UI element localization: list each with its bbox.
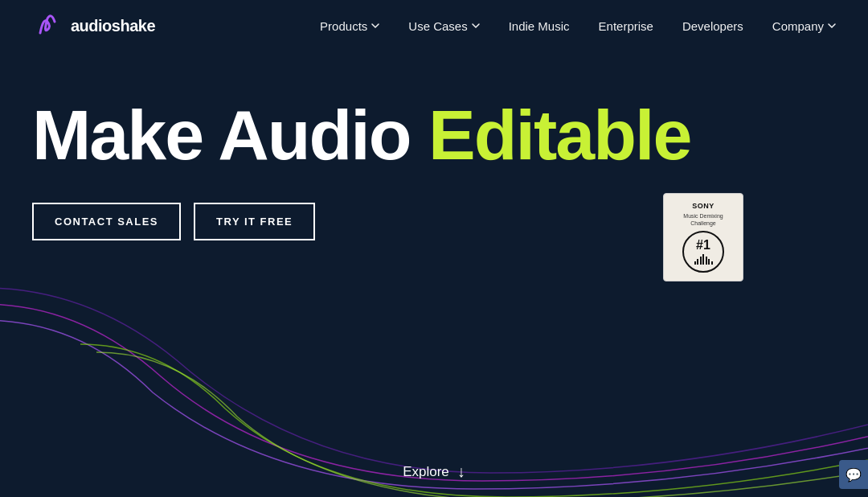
- nav-item-company[interactable]: Company: [772, 19, 836, 33]
- chevron-down-icon: [371, 22, 379, 30]
- nav-item-enterprise[interactable]: Enterprise: [599, 19, 653, 33]
- nav-link-enterprise[interactable]: Enterprise: [599, 19, 653, 33]
- hero-headline: Make Audio Editable: [32, 100, 868, 170]
- hero-headline-plain: Make Audio: [32, 95, 428, 175]
- nav-item-use-cases[interactable]: Use Cases: [408, 19, 479, 33]
- chat-icon: 💬: [845, 467, 862, 483]
- sony-badge-line2: Challenge: [690, 220, 716, 226]
- sony-badge-rank: #1: [696, 239, 710, 252]
- navbar: audioshake Products Use Cases Indie Musi…: [0, 0, 868, 51]
- nav-link-company[interactable]: Company: [772, 19, 836, 33]
- nav-links: Products Use Cases Indie Music Enterpris…: [320, 19, 836, 33]
- sony-badge: SONY Music Demixing Challenge #1: [663, 193, 743, 281]
- nav-link-use-cases[interactable]: Use Cases: [408, 19, 479, 33]
- sony-badge-rank-circle: #1: [682, 231, 724, 273]
- chevron-down-icon: [828, 22, 836, 30]
- nav-item-products[interactable]: Products: [320, 19, 379, 33]
- chat-bubble-button[interactable]: 💬: [839, 460, 868, 489]
- sony-badge-line1: Music Demixing: [683, 213, 723, 219]
- audioshake-logo-icon: [32, 10, 63, 41]
- nav-link-indie-music[interactable]: Indie Music: [509, 19, 570, 33]
- sony-badge-brand: SONY: [692, 202, 714, 212]
- nav-link-products[interactable]: Products: [320, 19, 379, 33]
- chevron-down-icon: [472, 22, 480, 30]
- logo[interactable]: audioshake: [32, 10, 155, 41]
- explore-arrow-icon: ↓: [457, 462, 465, 481]
- sony-waveform: [694, 253, 713, 265]
- explore-label: Explore: [403, 464, 449, 480]
- try-free-button[interactable]: TRY IT FREE: [194, 203, 315, 240]
- logo-text: audioshake: [71, 17, 155, 35]
- nav-link-developers[interactable]: Developers: [682, 19, 743, 33]
- hero-headline-highlight: Editable: [428, 95, 690, 175]
- explore-button[interactable]: Explore ↓: [403, 462, 465, 481]
- contact-sales-button[interactable]: CONTACT SALES: [32, 203, 181, 240]
- nav-item-indie-music[interactable]: Indie Music: [509, 19, 570, 33]
- nav-item-developers[interactable]: Developers: [682, 19, 743, 33]
